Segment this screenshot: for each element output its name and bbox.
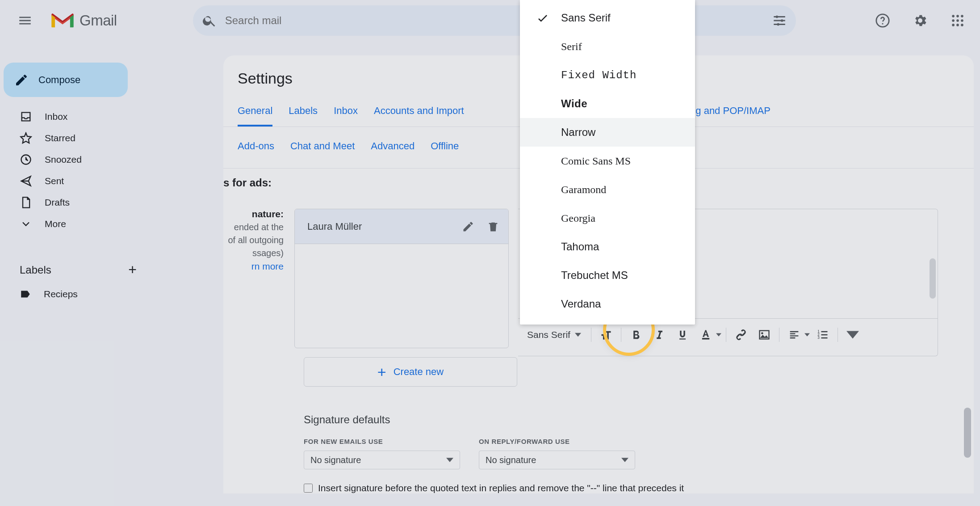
tab-addons[interactable]: Add-ons [238, 134, 274, 160]
clock-icon [20, 153, 32, 166]
font-option-wide[interactable]: Wide [520, 89, 695, 118]
insert-link-button[interactable] [731, 325, 751, 345]
svg-point-6 [961, 15, 963, 17]
main-scrollbar-thumb[interactable] [964, 408, 971, 458]
sidebar-nav: Inbox Starred Snoozed Sent Drafts More [4, 106, 156, 235]
help-icon [875, 13, 890, 28]
toolbar-separator [726, 328, 726, 342]
settings-button[interactable] [908, 8, 933, 33]
text-color-button[interactable] [695, 325, 716, 345]
signature-side-labels: nature: ended at the of all outgoing ssa… [223, 209, 284, 348]
align-button[interactable] [784, 325, 804, 345]
svg-point-5 [956, 15, 959, 17]
svg-point-12 [961, 24, 963, 26]
svg-point-2 [777, 23, 779, 26]
font-option-tahoma[interactable]: Tahoma [520, 232, 695, 261]
search-icon [202, 13, 217, 28]
tab-chat[interactable]: Chat and Meet [290, 134, 355, 160]
insert-image-button[interactable] [754, 325, 775, 345]
tab-general[interactable]: General [238, 99, 272, 126]
font-option-georgia[interactable]: Georgia [520, 204, 695, 232]
labels-title: Labels [20, 264, 51, 276]
sidebar-item-inbox[interactable]: Inbox [4, 106, 156, 127]
default-on-reply-select[interactable]: No signature [479, 451, 635, 469]
list-button[interactable]: 123 [812, 325, 833, 345]
signature-defaults-section: Signature defaults FOR NEW EMAILS USE No… [304, 413, 974, 469]
editor-scrollbar-thumb[interactable] [930, 258, 936, 299]
caret-down-icon [575, 332, 581, 338]
sidebar-item-sent[interactable]: Sent [4, 170, 156, 192]
italic-button[interactable] [649, 325, 670, 345]
sidebar-item-more[interactable]: More [4, 213, 156, 235]
signature-defaults-title: Signature defaults [304, 413, 974, 426]
signature-list-empty-area [295, 244, 508, 348]
signature-item-selected[interactable]: Laura Müller [295, 209, 508, 244]
signature-learn-more-cut[interactable]: rn more [223, 261, 284, 272]
sidebar-item-label: Snoozed [45, 154, 82, 165]
label-name: Recieps [44, 289, 78, 299]
signature-sub2-cut: of all outgoing [223, 235, 284, 245]
font-family-dropdown[interactable]: Sans Serif [522, 325, 586, 345]
signature-title-cut: nature: [223, 209, 284, 219]
bold-icon [630, 329, 642, 341]
font-option-narrow[interactable]: Narrow [520, 118, 695, 147]
sidebar-item-snoozed[interactable]: Snoozed [4, 149, 156, 170]
app-header: Gmail [0, 0, 980, 41]
file-icon [20, 196, 32, 209]
font-option-label: Serif [561, 41, 582, 53]
gmail-logo[interactable]: Gmail [49, 11, 117, 31]
insert-before-checkbox[interactable] [304, 484, 313, 493]
add-label-button[interactable]: + [128, 261, 137, 278]
chevron-down-icon [20, 218, 32, 230]
compose-button[interactable]: Compose [4, 63, 128, 97]
delete-icon[interactable] [487, 220, 499, 233]
font-option-comic-sans-ms[interactable]: Comic Sans MS [520, 147, 695, 175]
font-option-fixed-width[interactable]: Fixed Width [520, 61, 695, 89]
main-menu-button[interactable] [10, 5, 40, 36]
create-new-signature-button[interactable]: + Create new [304, 357, 517, 387]
font-option-serif[interactable]: Serif [520, 32, 695, 61]
sidebar-item-starred[interactable]: Starred [4, 127, 156, 149]
svg-point-0 [775, 16, 778, 18]
search-options-icon[interactable] [772, 13, 787, 28]
default-for-new-column: FOR NEW EMAILS USE No signature [304, 438, 460, 469]
search-input[interactable] [225, 14, 787, 27]
star-icon [20, 132, 32, 144]
tab-inbox[interactable]: Inbox [334, 99, 358, 126]
tab-advanced[interactable]: Advanced [371, 134, 415, 160]
support-button[interactable] [870, 8, 895, 33]
font-size-button[interactable] [596, 325, 616, 345]
font-option-label: Trebuchet MS [561, 269, 628, 282]
edit-icon[interactable] [462, 220, 474, 233]
font-option-garamond[interactable]: Garamond [520, 175, 695, 204]
more-formatting-button[interactable] [842, 325, 863, 345]
font-option-trebuchet-ms[interactable]: Trebuchet MS [520, 261, 695, 290]
toolbar-separator [779, 328, 779, 342]
svg-point-8 [956, 19, 959, 22]
default-for-new-select[interactable]: No signature [304, 451, 460, 469]
label-tag-icon [20, 288, 31, 300]
apps-button[interactable] [945, 8, 970, 33]
signature-list: Laura Müller [294, 209, 509, 348]
bold-button[interactable] [626, 325, 646, 345]
gmail-logo-icon [49, 11, 76, 31]
tab-accounts[interactable]: Accounts and Import [374, 99, 464, 126]
toolbar-separator [838, 328, 838, 342]
search-bar[interactable] [193, 5, 796, 36]
tab-offline[interactable]: Offline [431, 134, 459, 160]
underline-button[interactable] [672, 325, 693, 345]
underline-icon [676, 329, 689, 341]
sidebar-item-label: Sent [45, 176, 64, 186]
font-option-verdana[interactable]: Verdana [520, 290, 695, 318]
caret-down-icon[interactable] [804, 332, 810, 337]
font-option-sans-serif[interactable]: Sans Serif [520, 4, 695, 32]
caret-down-icon[interactable] [716, 332, 721, 337]
align-left-icon [788, 329, 800, 341]
create-new-label: Create new [394, 366, 444, 378]
tab-labels[interactable]: Labels [289, 99, 318, 126]
sidebar-item-drafts[interactable]: Drafts [4, 192, 156, 213]
label-item[interactable]: Recieps [4, 283, 156, 305]
svg-point-7 [952, 19, 955, 22]
check-icon [536, 11, 549, 25]
svg-point-1 [781, 19, 783, 22]
